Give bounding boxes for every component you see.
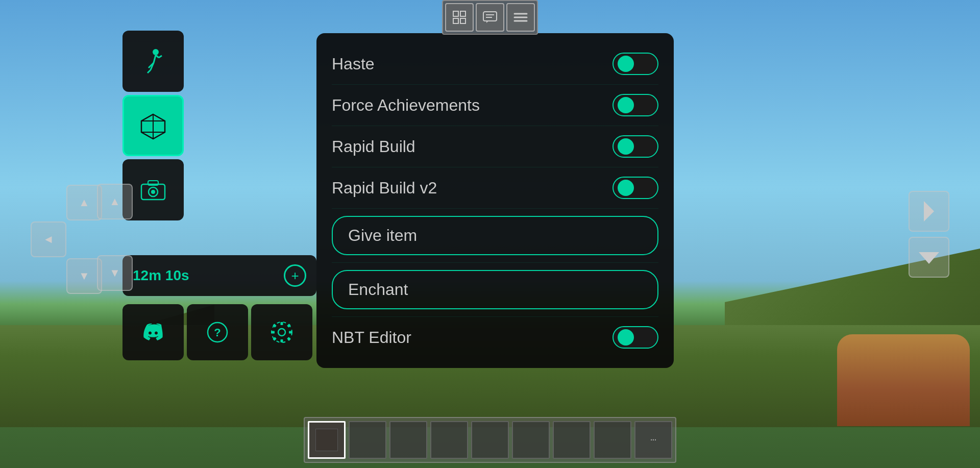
right-arrow-area <box>909 191 949 278</box>
nbt-editor-row: NBT Editor <box>332 317 658 358</box>
svg-point-24 <box>151 190 155 194</box>
hotbar-slot-8[interactable] <box>594 421 631 459</box>
hotbar-slot-5[interactable] <box>471 421 509 459</box>
discord-button[interactable] <box>122 304 184 360</box>
enchant-button[interactable]: Enchant <box>332 270 658 309</box>
timer-display: 12m 10s <box>133 267 189 284</box>
svg-rect-31 <box>272 331 275 334</box>
arrow-down-button[interactable]: ▼ <box>97 255 133 291</box>
svg-marker-37 <box>924 201 934 221</box>
rapid-build-label: Rapid Build <box>332 137 415 156</box>
timer-row: 12m 10s + <box>122 255 316 296</box>
hotbar-slot-9[interactable]: ··· <box>634 421 672 459</box>
top-toolbar <box>442 0 538 35</box>
svg-rect-1 <box>460 11 465 16</box>
give-item-row: Give item <box>332 209 658 263</box>
svg-line-15 <box>159 56 162 58</box>
rapid-build-row: Rapid Build <box>332 126 658 167</box>
haste-label: Haste <box>332 55 375 73</box>
svg-text:?: ? <box>214 326 220 339</box>
cube-button[interactable] <box>122 95 184 156</box>
run-button[interactable] <box>122 31 184 92</box>
svg-line-16 <box>148 70 151 73</box>
rapid-build-toggle-knob <box>618 138 634 155</box>
settings-button[interactable] <box>251 304 312 360</box>
force-achievements-toggle[interactable] <box>612 94 658 116</box>
svg-rect-3 <box>460 18 465 23</box>
hotbar-slot-1[interactable] <box>308 421 346 459</box>
rapid-build-v2-toggle[interactable] <box>612 177 658 199</box>
bottom-left-buttons: ? <box>122 304 312 360</box>
hotbar-slot-3[interactable] <box>389 421 427 459</box>
timer-plus-button[interactable]: + <box>284 264 306 287</box>
force-achievements-toggle-knob <box>618 97 634 113</box>
nbt-editor-toggle-knob <box>618 329 634 346</box>
hotbar-slot-2[interactable] <box>349 421 386 459</box>
svg-rect-30 <box>281 339 283 342</box>
svg-rect-2 <box>453 18 458 23</box>
rapid-build-v2-row: Rapid Build v2 <box>332 167 658 209</box>
menu-icon-btn[interactable] <box>506 3 535 32</box>
svg-point-27 <box>278 329 285 336</box>
side-arrows: ▲ ▼ <box>97 184 133 291</box>
help-button[interactable]: ? <box>187 304 248 360</box>
enchant-row: Enchant <box>332 263 658 317</box>
rapid-build-toggle[interactable] <box>612 135 658 158</box>
chat-icon-btn[interactable] <box>476 3 504 32</box>
give-item-button[interactable]: Give item <box>332 216 658 255</box>
nbt-editor-toggle[interactable] <box>612 326 658 349</box>
arrow-up-button[interactable]: ▲ <box>97 184 133 219</box>
right-arrow-button[interactable] <box>909 191 949 232</box>
svg-rect-32 <box>289 331 292 334</box>
nbt-editor-label: NBT Editor <box>332 328 411 347</box>
force-achievements-label: Force Achievements <box>332 96 480 115</box>
hotbar-slot-6[interactable] <box>512 421 550 459</box>
svg-rect-36 <box>287 337 291 341</box>
player-hand <box>837 334 970 426</box>
svg-line-14 <box>156 55 159 58</box>
main-panel: Haste Force Achievements Rapid Build Rap… <box>316 33 674 368</box>
hotbar-slot-7[interactable] <box>553 421 591 459</box>
svg-line-11 <box>154 55 156 63</box>
svg-marker-38 <box>919 252 939 264</box>
rapid-build-v2-label: Rapid Build v2 <box>332 179 437 198</box>
rapid-build-v2-toggle-knob <box>618 180 634 196</box>
haste-row: Haste <box>332 43 658 85</box>
svg-rect-0 <box>453 11 458 16</box>
svg-rect-29 <box>281 322 283 325</box>
svg-rect-4 <box>483 12 497 21</box>
svg-point-10 <box>153 49 159 55</box>
dpad-left-button[interactable]: ◄ <box>31 221 66 257</box>
haste-toggle-knob <box>618 56 634 72</box>
force-achievements-row: Force Achievements <box>332 85 658 126</box>
right-arrow-down-button[interactable] <box>909 237 949 278</box>
hotbar-slot-4[interactable] <box>430 421 468 459</box>
structure-icon-btn[interactable] <box>445 3 474 32</box>
haste-toggle[interactable] <box>612 53 658 75</box>
hotbar: ··· <box>304 417 676 463</box>
